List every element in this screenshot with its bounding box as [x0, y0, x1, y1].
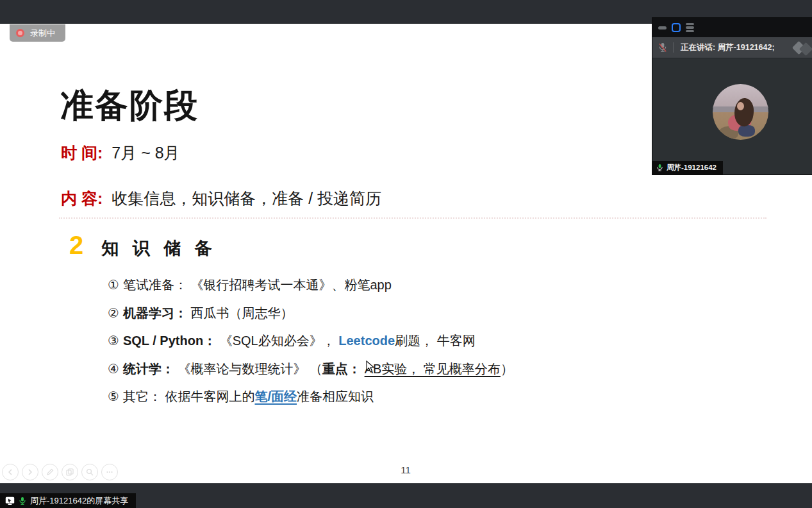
list-item: ①笔试准备： 《银行招聘考试一本通》、粉笔app — [108, 276, 620, 305]
video-panel[interactable]: 正在讲话: 周芹-19121642; 周芹-19121642 — [652, 18, 812, 174]
list-item: ⑤其它： 依据牛客网上的笔/面经准备相应知识 — [108, 388, 620, 416]
list-item: ③SQL / Python： 《SQL必知必会》， Leetcode刷题， 牛客… — [108, 332, 620, 360]
muted-microphone-icon — [658, 42, 667, 53]
pages-icon — [66, 468, 74, 476]
presenter-toolbar — [2, 464, 118, 480]
mouse-cursor-icon — [366, 360, 376, 373]
video-panel-titlebar — [652, 18, 812, 37]
next-arrow-icon — [27, 469, 33, 475]
content-label: 内 容: — [61, 189, 103, 207]
recording-dot-icon — [16, 29, 24, 37]
time-value: 7月 ~ 8月 — [112, 144, 179, 162]
section-title: 知 识 储 备 — [101, 237, 217, 260]
microphone-icon — [19, 496, 26, 505]
speaking-text: 正在讲话: 周芹-19121642; — [681, 42, 775, 53]
menu-icon[interactable] — [686, 23, 694, 33]
avatar — [713, 84, 768, 140]
list-item: ②机器学习： 西瓜书（周志华） — [108, 305, 620, 333]
pages-button[interactable] — [62, 464, 78, 480]
more-icon — [106, 468, 113, 476]
share-label: 周芹-19121642的屏幕共享 — [30, 495, 128, 507]
list-item: ④统计学： 《概率论与数理统计》 （重点： AB实验， 常见概率分布） — [108, 360, 620, 389]
participant-name: 周芹-19121642 — [667, 163, 717, 173]
prev-slide-button[interactable] — [2, 464, 19, 480]
recording-label: 录制中 — [30, 28, 55, 39]
screen-share-icon — [5, 496, 15, 505]
recording-badge: 录制中 — [10, 24, 65, 42]
microphone-icon — [656, 164, 663, 172]
more-button[interactable] — [101, 464, 118, 480]
speaking-bar: 正在讲话: 周芹-19121642; — [652, 37, 812, 58]
screen-share-indicator: 周芹-19121642的屏幕共享 — [0, 493, 136, 508]
restore-window-icon[interactable] — [672, 23, 681, 32]
dotted-divider — [59, 217, 766, 219]
slide-title: 准备阶段 — [60, 83, 199, 128]
minimize-icon[interactable] — [658, 26, 667, 30]
page-number: 11 — [385, 464, 427, 475]
zoom-button[interactable] — [81, 464, 98, 480]
magnifier-icon — [86, 468, 94, 476]
knowledge-list: ①笔试准备： 《银行招聘考试一本通》、粉笔app②机器学习： 西瓜书（周志华）③… — [108, 276, 620, 416]
content-row: 内 容:收集信息，知识储备，准备 / 投递简历 — [61, 188, 381, 209]
screen: 录制中 准备阶段 时 间:7月 ~ 8月 内 容:收集信息，知识储备，准备 / … — [0, 0, 812, 508]
content-value: 收集信息，知识储备，准备 / 投递简历 — [112, 189, 381, 207]
pen-icon — [46, 468, 54, 476]
time-row: 时 间:7月 ~ 8月 — [61, 142, 180, 164]
pen-button[interactable] — [42, 464, 58, 480]
separator — [673, 42, 674, 53]
participant-nametag: 周芹-19121642 — [652, 161, 723, 174]
prev-arrow-icon — [7, 469, 13, 475]
section-number: 2 — [69, 231, 83, 260]
time-label: 时 间: — [61, 144, 103, 162]
next-slide-button[interactable] — [22, 464, 38, 480]
section-header: 2 知 识 储 备 — [69, 231, 217, 260]
meeting-logo-icon — [791, 40, 812, 56]
participant-video[interactable]: 周芹-19121642 — [652, 58, 812, 174]
